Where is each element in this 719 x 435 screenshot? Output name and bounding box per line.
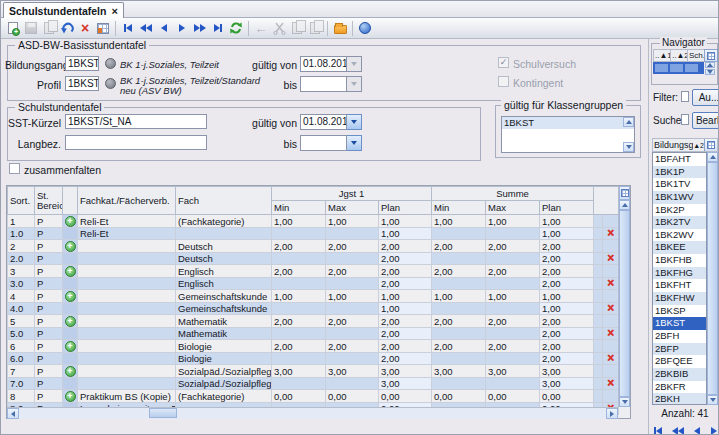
grid-cell[interactable]: 2,00 <box>432 265 486 278</box>
grid-cell[interactable] <box>594 390 603 403</box>
grid-cell[interactable]: 1 <box>8 215 35 228</box>
grid-cell[interactable] <box>432 278 486 290</box>
grid-cell[interactable]: 3 <box>8 265 35 278</box>
grid-cell[interactable]: 1,00 <box>379 228 432 240</box>
klassengruppen-listbox[interactable]: 1BKST <box>501 116 635 153</box>
mini-column-header[interactable]: Sch.. <box>687 49 704 62</box>
grid-cell[interactable]: P <box>35 265 63 278</box>
zusammenfalten-checkbox[interactable] <box>9 163 20 174</box>
grid-cell[interactable]: 2,00 <box>379 315 432 328</box>
basis-bis-combo[interactable] <box>300 76 362 92</box>
grid-cell[interactable] <box>594 365 603 378</box>
grid-cell[interactable]: 1,00 <box>432 290 486 303</box>
grid-cell[interactable] <box>594 265 603 278</box>
back-button[interactable]: ← <box>252 20 270 37</box>
grid-cell[interactable]: 2,00 <box>540 315 594 328</box>
grid-cell[interactable]: 1,00 <box>540 290 594 303</box>
grid-cell[interactable]: 2,00 <box>486 265 540 278</box>
grid-cell[interactable]: Biologie <box>176 340 272 353</box>
grid-cell[interactable]: 1,00 <box>272 290 326 303</box>
grid-cell[interactable] <box>78 240 176 253</box>
bildungsgang-list[interactable]: 1BFAHT1BK1P1BK1TV1BK1WV1BK2P1BK2TV1BK2WV… <box>652 152 707 405</box>
help-button[interactable] <box>356 20 374 37</box>
grid-cell[interactable] <box>486 328 540 340</box>
grid-cell[interactable]: 3,00 <box>326 365 379 378</box>
grid-cell[interactable]: 2,00 <box>326 315 379 328</box>
grid-cell[interactable]: 2.0 <box>8 253 35 265</box>
duplicate-button[interactable] <box>40 20 58 37</box>
delete-row-icon[interactable]: × <box>607 378 614 389</box>
grid-cell[interactable]: 2,00 <box>379 265 432 278</box>
grid-cell[interactable]: 0,00 <box>379 390 432 403</box>
grid-cell[interactable] <box>78 340 176 353</box>
scroll-right-icon[interactable] <box>606 408 618 419</box>
navigator-selected-row[interactable] <box>653 62 704 74</box>
grid-cell[interactable]: 2,00 <box>540 265 594 278</box>
grid-cell[interactable]: 2,00 <box>432 315 486 328</box>
delete-row-icon[interactable]: × <box>607 228 614 239</box>
table-row[interactable]: 6P+Biologie2,002,002,002,002,002,00 <box>8 340 619 353</box>
chevron-down-icon[interactable] <box>347 135 362 151</box>
grid-cell[interactable] <box>78 353 176 365</box>
column-header-sort[interactable]: Sort. <box>8 187 35 215</box>
grid-cell[interactable] <box>272 228 326 240</box>
grid-cell[interactable]: (Fachkategorie) <box>176 215 272 228</box>
grid-cell[interactable]: P <box>35 228 63 240</box>
grid-cell[interactable]: 3,00 <box>379 378 432 390</box>
grid-cell[interactable] <box>78 278 176 290</box>
grid-cell[interactable] <box>78 303 176 315</box>
vertical-scroll-thumb[interactable] <box>619 210 630 397</box>
mini-table-config-button[interactable] <box>704 49 718 62</box>
table-row[interactable]: 5.0PMathematik2,002,00× <box>8 328 619 340</box>
suche-checkbox[interactable] <box>681 114 689 125</box>
grid-cell[interactable]: P <box>35 340 63 353</box>
grid-cell[interactable]: 6 <box>8 340 35 353</box>
table-row[interactable]: 4.0PGemeinschaftskunde1,001,00× <box>8 303 619 315</box>
grid-cell[interactable]: P <box>35 365 63 378</box>
scroll-down-icon[interactable] <box>707 395 718 405</box>
grid-cell[interactable]: Deutsch <box>176 240 272 253</box>
kontingent-checkbox[interactable] <box>498 76 509 87</box>
list-item[interactable]: 1BK1WV <box>653 191 706 204</box>
grid-cell[interactable]: 0,00 <box>432 390 486 403</box>
grid-cell[interactable] <box>486 353 540 365</box>
scroll-up-icon[interactable] <box>623 117 634 127</box>
chevron-down-icon[interactable] <box>347 56 362 72</box>
grid-cell[interactable]: 2,00 <box>326 240 379 253</box>
add-subject-icon[interactable]: + <box>65 391 76 402</box>
grid-cell[interactable]: 2,00 <box>326 265 379 278</box>
grid-cell[interactable] <box>78 378 176 390</box>
grid-cell[interactable] <box>486 378 540 390</box>
table-edit-button[interactable] <box>94 20 112 37</box>
grid-cell[interactable]: 3.0 <box>8 278 35 290</box>
grid-cell[interactable]: Reli-Et <box>78 228 176 240</box>
grid-cell[interactable]: Mathematik <box>176 328 272 340</box>
grid-cell[interactable]: P <box>35 353 63 365</box>
spin-up-icon[interactable] <box>705 62 715 68</box>
suche-bearbeiten-button[interactable]: Bearbe <box>692 112 719 129</box>
grid-cell[interactable]: Englisch <box>176 265 272 278</box>
grid-cell[interactable]: 2,00 <box>540 340 594 353</box>
cut-button[interactable] <box>270 20 288 37</box>
grid-cell[interactable]: 2,00 <box>379 353 432 365</box>
grid-cell[interactable]: 2,00 <box>272 240 326 253</box>
bildungsgang-picker-button[interactable] <box>105 58 116 69</box>
grid-cell[interactable]: 3,00 <box>272 365 326 378</box>
profil-field[interactable]: 1BKST/ <box>65 76 99 91</box>
delete-row-icon[interactable]: × <box>607 253 614 264</box>
grid-cell[interactable]: Gemeinschaftskunde <box>176 290 272 303</box>
column-header-plan[interactable]: Plan <box>379 201 432 215</box>
grid-cell[interactable] <box>594 290 603 303</box>
grid-cell[interactable]: Sozialpäd./Sozialpflege <box>176 365 272 378</box>
grid-cell[interactable] <box>176 228 272 240</box>
grid-cell[interactable] <box>486 228 540 240</box>
grid-cell[interactable]: 2,00 <box>326 340 379 353</box>
list-item[interactable]: 1BFAHT <box>653 153 706 166</box>
basis-gueltig-von-combo[interactable]: 01.08.2014 <box>300 56 362 72</box>
grid-cell[interactable]: 2,00 <box>432 240 486 253</box>
grid-cell[interactable]: 2,00 <box>540 240 594 253</box>
grid-cell[interactable]: 1,00 <box>379 303 432 315</box>
save-button[interactable] <box>22 20 40 37</box>
grid-cell[interactable]: 1,00 <box>540 215 594 228</box>
grid-cell[interactable]: 2,00 <box>272 340 326 353</box>
